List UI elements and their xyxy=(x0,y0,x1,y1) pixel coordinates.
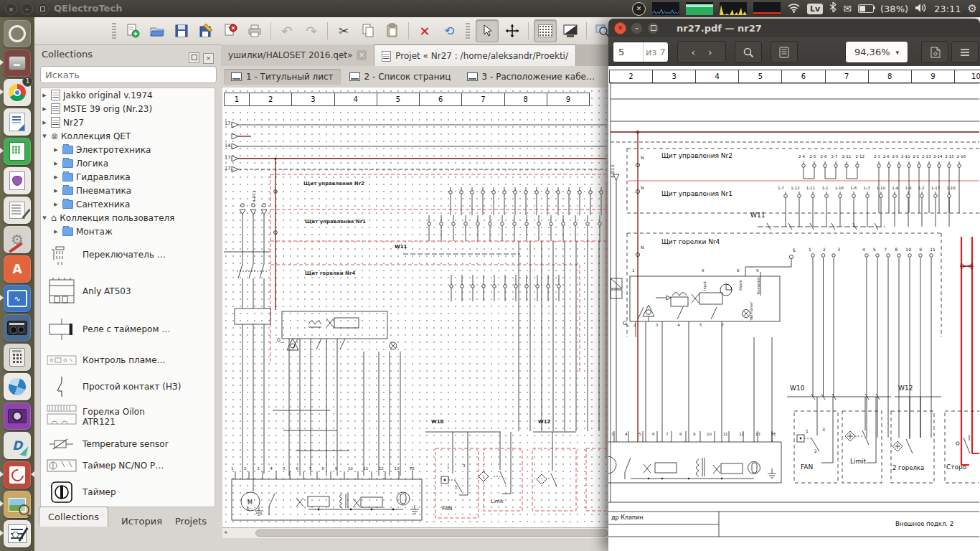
rotate-button[interactable]: ⟲ xyxy=(438,20,460,42)
volume-icon[interactable] xyxy=(915,2,928,16)
element-item-timer[interactable]: Таймер xyxy=(41,476,215,507)
window-close-button[interactable]: × xyxy=(5,3,17,15)
copy-button[interactable] xyxy=(357,20,379,42)
expand-arrow-icon[interactable]: ▶ xyxy=(52,202,60,207)
zoom-level-select[interactable]: 94,36%▾ xyxy=(845,41,908,63)
keyboard-layout-indicator[interactable]: Lv xyxy=(807,4,823,14)
memory-graph-icon[interactable] xyxy=(686,2,713,15)
tree-item-folder[interactable]: ▶Монтаж xyxy=(41,225,215,238)
launcher-item-qelectrotech[interactable] xyxy=(4,520,31,547)
launcher-item-text-editor[interactable] xyxy=(4,197,31,224)
launcher-item-media-player[interactable] xyxy=(4,402,31,430)
tree-item-project[interactable]: ▶MSTE 39 orig (Nr.23) xyxy=(41,102,215,116)
disk-graph-icon[interactable] xyxy=(753,2,781,15)
window-maximize-button[interactable] xyxy=(37,3,49,15)
expand-arrow-icon[interactable]: ▶ xyxy=(52,188,60,194)
launcher-item-libreoffice-calc[interactable] xyxy=(4,138,31,165)
horizontal-scrollbar[interactable]: ◂ xyxy=(222,527,614,538)
session-indicator-icon[interactable]: ✕ xyxy=(632,2,646,16)
session-gear-icon[interactable]: ⚙ xyxy=(968,2,977,15)
sidebar-toggle-button[interactable] xyxy=(771,41,798,63)
tree-item-project[interactable]: ▶Jakko original v.1974 xyxy=(41,88,215,102)
window-maximize-button[interactable] xyxy=(647,22,659,34)
launcher-item-radio[interactable] xyxy=(4,314,31,342)
tree-item-folder[interactable]: ▶Пневматика xyxy=(41,184,215,197)
scrollbar-thumb[interactable] xyxy=(255,529,608,537)
launcher-item-file-manager[interactable] xyxy=(4,50,31,77)
display-toggle-button[interactable] xyxy=(560,20,581,42)
expand-arrow-icon[interactable]: ▶ xyxy=(52,174,60,180)
search-input[interactable] xyxy=(40,66,217,83)
expand-arrow-icon[interactable]: ▶ xyxy=(52,147,60,153)
tree-item-folder[interactable]: ▶Электротехника xyxy=(41,143,215,156)
expand-arrow-icon[interactable]: ▶ xyxy=(52,161,60,166)
collapse-arrow-icon[interactable]: ▼ xyxy=(41,215,48,221)
element-item-oilon-burner[interactable]: Горелка OilonATR121 xyxy=(41,400,215,433)
grid-toggle-button[interactable] xyxy=(534,19,557,42)
launcher-item-calculator[interactable] xyxy=(4,344,31,371)
menu-button[interactable] xyxy=(951,41,979,63)
launcher-item-geometry-app[interactable]: D xyxy=(4,432,31,459)
select-tool-button[interactable] xyxy=(476,19,499,42)
window-close-button[interactable]: ✕ xyxy=(614,22,626,34)
open-project-button[interactable] xyxy=(146,20,168,42)
delete-button[interactable]: ✕ xyxy=(414,20,435,42)
element-item-flame-control[interactable]: Контроль пламе… xyxy=(41,347,215,373)
network-graph-icon[interactable] xyxy=(720,2,747,15)
element-item-temperature-sensor[interactable]: Temperature sensor xyxy=(41,433,215,455)
launcher-item-libreoffice-base[interactable] xyxy=(4,167,31,194)
tree-item-project[interactable]: ▶Nr27 xyxy=(41,116,215,129)
launcher-item-software-center[interactable]: A xyxy=(4,255,31,283)
next-page-button[interactable]: › xyxy=(708,47,712,58)
tree-item-qet-collection[interactable]: ▼⊗Коллекция QET xyxy=(41,129,215,143)
previous-page-button[interactable]: ‹ xyxy=(691,47,695,58)
undo-button[interactable]: ↶ xyxy=(276,20,298,42)
tab-nr27-project[interactable]: Projet « Nr27 : /home/aleksandr/Proekti/ xyxy=(374,44,576,67)
cut-button[interactable]: ✂ xyxy=(333,20,354,42)
pdf-page[interactable]: 2345678910 xyxy=(608,66,980,551)
diagram-tab-3[interactable]: 3 - Расположение кабе… xyxy=(460,69,602,85)
move-tool-button[interactable] xyxy=(501,20,523,42)
diagram-tab-2[interactable]: 2 - Список страниц xyxy=(342,69,458,85)
expand-arrow-icon[interactable]: ▶ xyxy=(41,106,48,112)
element-item-simple-contact[interactable]: Простой контакт (НЗ) xyxy=(41,373,215,400)
tab-haloset-project[interactable]: ушилки/HALOSET 2016.qet»✕ xyxy=(221,44,374,66)
wifi-icon[interactable] xyxy=(787,2,801,16)
battery-icon[interactable] xyxy=(858,4,874,13)
expand-arrow-icon[interactable]: ▶ xyxy=(52,229,60,235)
bluetooth-icon[interactable] xyxy=(829,1,837,16)
element-item-timer-ncno[interactable]: Таймер NC/NO P… xyxy=(41,455,215,476)
collapse-arrow-icon[interactable]: ▼ xyxy=(41,133,48,139)
toolbar-grip[interactable] xyxy=(112,23,116,39)
launcher-item-image-viewer[interactable] xyxy=(4,491,31,518)
new-document-button[interactable] xyxy=(122,20,143,42)
save-button[interactable] xyxy=(171,20,192,42)
launcher-item-photo-app[interactable] xyxy=(4,373,31,400)
element-item-timer-relay[interactable]: Реле с таймером … xyxy=(41,311,215,347)
window-minimize-button[interactable]: – xyxy=(631,22,643,34)
launcher-item-libreoffice-writer[interactable] xyxy=(4,108,31,136)
search-button[interactable] xyxy=(735,41,762,63)
redo-button[interactable]: ↷ xyxy=(301,20,322,42)
dock-tab-projets[interactable]: Projets xyxy=(175,516,207,527)
window-minimize-button[interactable]: – xyxy=(21,3,33,15)
launcher-item-chrome[interactable]: 1 xyxy=(4,79,31,106)
mail-indicator-icon[interactable]: ✉ xyxy=(843,3,852,14)
cpu-graph-icon[interactable] xyxy=(652,2,679,15)
tree-item-user-collection[interactable]: ▼⌂Коллекция пользователя xyxy=(41,211,215,225)
annotations-button[interactable] xyxy=(921,41,948,63)
element-item-switch[interactable]: Переключатель … xyxy=(41,238,215,271)
save-as-button[interactable] xyxy=(195,20,217,42)
expand-arrow-icon[interactable]: ▶ xyxy=(41,93,48,98)
tab-close-icon[interactable]: ✕ xyxy=(357,50,367,60)
page-number-input[interactable] xyxy=(613,42,643,62)
tree-item-folder[interactable]: ▶Сантехника xyxy=(41,197,215,211)
launcher-item-evince[interactable] xyxy=(4,461,31,489)
expand-arrow-icon[interactable]: ▶ xyxy=(41,120,48,126)
toolbar-grip[interactable] xyxy=(466,23,470,39)
launcher-item-system-tools[interactable]: ⚙ xyxy=(4,226,31,253)
pdf-title-bar[interactable]: ✕ – nr27.pdf — nr27 xyxy=(608,19,980,37)
scroll-left-arrow-icon[interactable]: ◂ xyxy=(224,529,227,535)
paste-button[interactable] xyxy=(382,20,403,42)
launcher-item-system-monitor[interactable]: ∿ xyxy=(4,285,31,312)
